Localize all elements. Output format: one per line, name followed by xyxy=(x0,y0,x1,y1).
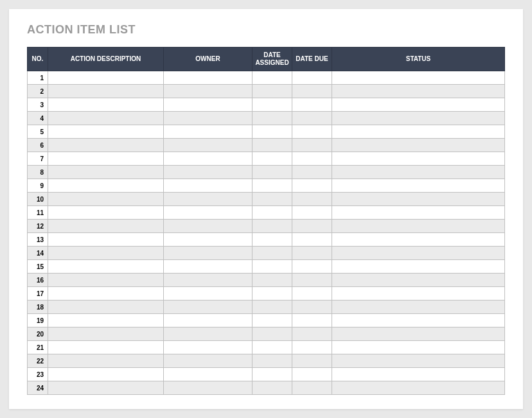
cell-owner[interactable] xyxy=(164,112,253,125)
cell-owner[interactable] xyxy=(164,98,253,112)
cell-assigned[interactable] xyxy=(253,287,292,300)
cell-status[interactable] xyxy=(332,287,505,300)
cell-due[interactable] xyxy=(292,139,332,152)
cell-owner[interactable] xyxy=(164,381,253,395)
cell-assigned[interactable] xyxy=(253,71,292,85)
cell-description[interactable] xyxy=(48,179,164,193)
cell-assigned[interactable] xyxy=(253,220,292,233)
cell-assigned[interactable] xyxy=(253,193,292,206)
cell-due[interactable] xyxy=(292,220,332,233)
cell-status[interactable] xyxy=(332,260,505,274)
cell-due[interactable] xyxy=(292,341,332,354)
cell-description[interactable] xyxy=(48,274,164,287)
cell-status[interactable] xyxy=(332,112,505,125)
cell-owner[interactable] xyxy=(164,300,253,314)
cell-description[interactable] xyxy=(48,341,164,354)
cell-owner[interactable] xyxy=(164,71,253,85)
cell-due[interactable] xyxy=(292,206,332,220)
cell-owner[interactable] xyxy=(164,274,253,287)
cell-due[interactable] xyxy=(292,125,332,139)
cell-due[interactable] xyxy=(292,381,332,395)
cell-due[interactable] xyxy=(292,152,332,166)
cell-assigned[interactable] xyxy=(253,166,292,179)
cell-due[interactable] xyxy=(292,327,332,341)
cell-assigned[interactable] xyxy=(253,125,292,139)
cell-due[interactable] xyxy=(292,260,332,274)
cell-assigned[interactable] xyxy=(253,152,292,166)
cell-description[interactable] xyxy=(48,260,164,274)
cell-description[interactable] xyxy=(48,300,164,314)
cell-description[interactable] xyxy=(48,125,164,139)
cell-due[interactable] xyxy=(292,354,332,368)
cell-status[interactable] xyxy=(332,139,505,152)
cell-assigned[interactable] xyxy=(253,247,292,260)
cell-description[interactable] xyxy=(48,327,164,341)
cell-status[interactable] xyxy=(332,220,505,233)
cell-owner[interactable] xyxy=(164,179,253,193)
cell-description[interactable] xyxy=(48,354,164,368)
cell-status[interactable] xyxy=(332,300,505,314)
cell-description[interactable] xyxy=(48,381,164,395)
cell-status[interactable] xyxy=(332,193,505,206)
cell-description[interactable] xyxy=(48,152,164,166)
cell-status[interactable] xyxy=(332,233,505,247)
cell-due[interactable] xyxy=(292,112,332,125)
cell-assigned[interactable] xyxy=(253,179,292,193)
cell-owner[interactable] xyxy=(164,85,253,98)
cell-due[interactable] xyxy=(292,233,332,247)
cell-owner[interactable] xyxy=(164,354,253,368)
cell-status[interactable] xyxy=(332,98,505,112)
cell-assigned[interactable] xyxy=(253,139,292,152)
cell-status[interactable] xyxy=(332,354,505,368)
cell-description[interactable] xyxy=(48,98,164,112)
cell-assigned[interactable] xyxy=(253,98,292,112)
cell-assigned[interactable] xyxy=(253,112,292,125)
cell-description[interactable] xyxy=(48,287,164,300)
cell-status[interactable] xyxy=(332,314,505,327)
cell-assigned[interactable] xyxy=(253,260,292,274)
cell-assigned[interactable] xyxy=(253,327,292,341)
cell-owner[interactable] xyxy=(164,287,253,300)
cell-status[interactable] xyxy=(332,327,505,341)
cell-status[interactable] xyxy=(332,274,505,287)
cell-description[interactable] xyxy=(48,247,164,260)
cell-assigned[interactable] xyxy=(253,300,292,314)
cell-status[interactable] xyxy=(332,125,505,139)
cell-due[interactable] xyxy=(292,71,332,85)
cell-owner[interactable] xyxy=(164,327,253,341)
cell-assigned[interactable] xyxy=(253,314,292,327)
cell-status[interactable] xyxy=(332,85,505,98)
cell-owner[interactable] xyxy=(164,341,253,354)
cell-owner[interactable] xyxy=(164,220,253,233)
cell-description[interactable] xyxy=(48,314,164,327)
cell-assigned[interactable] xyxy=(253,354,292,368)
cell-status[interactable] xyxy=(332,166,505,179)
cell-owner[interactable] xyxy=(164,233,253,247)
cell-due[interactable] xyxy=(292,98,332,112)
cell-due[interactable] xyxy=(292,193,332,206)
cell-status[interactable] xyxy=(332,179,505,193)
cell-owner[interactable] xyxy=(164,166,253,179)
cell-due[interactable] xyxy=(292,287,332,300)
cell-description[interactable] xyxy=(48,233,164,247)
cell-owner[interactable] xyxy=(164,368,253,381)
cell-assigned[interactable] xyxy=(253,368,292,381)
cell-status[interactable] xyxy=(332,381,505,395)
cell-assigned[interactable] xyxy=(253,206,292,220)
cell-description[interactable] xyxy=(48,368,164,381)
cell-description[interactable] xyxy=(48,139,164,152)
cell-assigned[interactable] xyxy=(253,233,292,247)
cell-owner[interactable] xyxy=(164,314,253,327)
cell-assigned[interactable] xyxy=(253,381,292,395)
cell-description[interactable] xyxy=(48,206,164,220)
cell-status[interactable] xyxy=(332,206,505,220)
cell-description[interactable] xyxy=(48,220,164,233)
cell-due[interactable] xyxy=(292,166,332,179)
cell-owner[interactable] xyxy=(164,193,253,206)
cell-assigned[interactable] xyxy=(253,341,292,354)
cell-due[interactable] xyxy=(292,247,332,260)
cell-owner[interactable] xyxy=(164,152,253,166)
cell-description[interactable] xyxy=(48,85,164,98)
cell-owner[interactable] xyxy=(164,139,253,152)
cell-description[interactable] xyxy=(48,193,164,206)
